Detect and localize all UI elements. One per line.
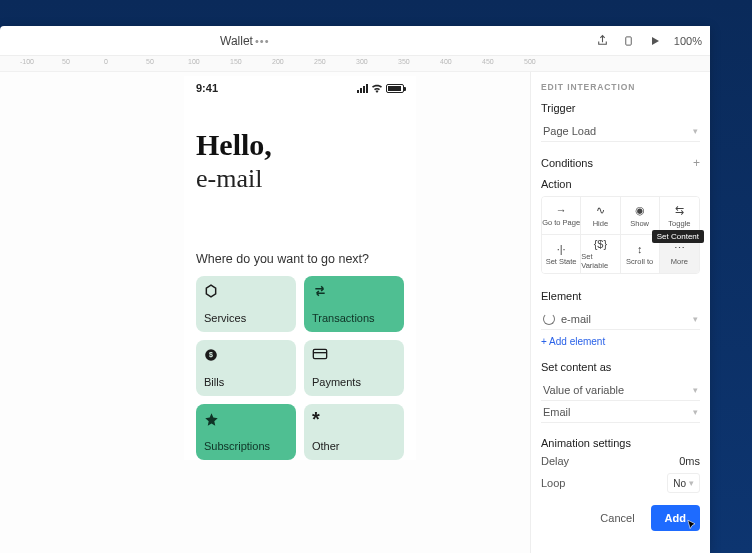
swap-icon xyxy=(312,284,396,298)
tile-other[interactable]: *Other xyxy=(304,404,404,460)
ruler-tick: 450 xyxy=(482,58,494,65)
add-condition-icon[interactable]: + xyxy=(693,156,700,170)
prompt-text: Where do you want to go next? xyxy=(184,204,416,276)
action-label: Show xyxy=(630,219,649,228)
device-icon[interactable] xyxy=(622,34,636,48)
tile-label: Bills xyxy=(204,376,288,388)
loop-label: Loop xyxy=(541,477,565,489)
action-label: Scroll to xyxy=(626,257,653,266)
action-icon: ◉ xyxy=(635,204,645,217)
action-label: Toggle xyxy=(668,219,690,228)
card-icon xyxy=(312,348,396,360)
app-window: Wallet ••• 100% -10050050100150200250300… xyxy=(0,26,710,553)
refresh-icon xyxy=(543,313,555,325)
action-icon: ·|· xyxy=(557,243,566,255)
zoom-level[interactable]: 100% xyxy=(674,35,702,47)
action-label: Hide xyxy=(593,219,608,228)
tile-transactions[interactable]: Transactions xyxy=(304,276,404,332)
action-icon: → xyxy=(556,204,567,216)
action-label: Action xyxy=(541,178,700,190)
svg-rect-3 xyxy=(313,349,326,358)
star-icon xyxy=(204,412,288,427)
action-set-state[interactable]: ·|·Set State xyxy=(542,235,581,273)
element-select[interactable]: e-mail ▾ xyxy=(541,308,700,330)
loop-select[interactable]: No▾ xyxy=(667,473,700,493)
ruler-tick: 350 xyxy=(398,58,410,65)
hello-text: Hello, xyxy=(196,128,404,162)
topbar: Wallet ••• 100% xyxy=(0,26,710,56)
tile-label: Services xyxy=(204,312,288,324)
ruler-tick: 200 xyxy=(272,58,284,65)
ruler-tick: 400 xyxy=(440,58,452,65)
trigger-label: Trigger xyxy=(541,102,700,114)
action-go-to-page[interactable]: →Go to Page xyxy=(542,197,581,235)
svg-rect-0 xyxy=(626,36,632,44)
panel-header: EDIT INTERACTION xyxy=(541,82,700,92)
delay-label: Delay xyxy=(541,455,569,467)
tile-grid: ServicesTransactions$BillsPaymentsSubscr… xyxy=(184,276,416,460)
ruler-tick: 300 xyxy=(356,58,368,65)
tile-label: Subscriptions xyxy=(204,440,288,452)
set-content-select[interactable]: Value of variable▾ xyxy=(541,379,700,401)
tile-label: Payments xyxy=(312,376,396,388)
action-icon: ⋯ xyxy=(674,242,685,255)
topbar-menu-icon[interactable]: ••• xyxy=(255,35,270,47)
asterisk-icon: * xyxy=(312,412,396,428)
action-icon: ∿ xyxy=(596,204,605,217)
cursor-icon xyxy=(686,519,698,531)
canvas[interactable]: 9:41 Hello, e-mail Where do you want to … xyxy=(0,72,530,553)
variable-select[interactable]: Email▾ xyxy=(541,401,700,423)
action-icon: ⇆ xyxy=(675,204,684,217)
action-hide[interactable]: ∿Hide xyxy=(581,197,620,235)
ruler-tick: 250 xyxy=(314,58,326,65)
animation-label: Animation settings xyxy=(541,437,700,449)
wifi-icon xyxy=(371,84,383,93)
tile-payments[interactable]: Payments xyxy=(304,340,404,396)
trigger-select[interactable]: Page Load▾ xyxy=(541,120,700,142)
set-content-tooltip: Set Content xyxy=(652,230,704,243)
ruler-tick: -100 xyxy=(20,58,34,65)
conditions-label: Conditions xyxy=(541,157,593,169)
action-set-variable[interactable]: {$}Set Variable xyxy=(581,235,620,273)
signal-icon xyxy=(357,84,368,93)
action-label: Go to Page xyxy=(542,218,580,227)
svg-text:$: $ xyxy=(209,351,213,359)
dollar-icon: $ xyxy=(204,348,288,362)
set-content-label: Set content as xyxy=(541,361,700,373)
ruler-tick: 500 xyxy=(524,58,536,65)
ruler-tick: 100 xyxy=(188,58,200,65)
ruler-tick: 150 xyxy=(230,58,242,65)
phone-frame[interactable]: 9:41 Hello, e-mail Where do you want to … xyxy=(184,76,416,460)
element-label: Element xyxy=(541,290,700,302)
tile-subscriptions[interactable]: Subscriptions xyxy=(196,404,296,460)
action-label: Set Variable xyxy=(581,252,619,270)
hero: Hello, e-mail xyxy=(184,100,416,204)
tile-bills[interactable]: $Bills xyxy=(196,340,296,396)
ruler-tick: 0 xyxy=(104,58,108,65)
tile-label: Transactions xyxy=(312,312,396,324)
cancel-button[interactable]: Cancel xyxy=(592,506,642,530)
play-icon[interactable] xyxy=(648,34,662,48)
hex-icon xyxy=(204,284,288,298)
add-element-link[interactable]: + Add element xyxy=(541,336,605,347)
tile-services[interactable]: Services xyxy=(196,276,296,332)
inspector-panel: EDIT INTERACTION Trigger Page Load▾ Cond… xyxy=(530,72,710,553)
ruler-tick: 50 xyxy=(62,58,70,65)
action-label: More xyxy=(671,257,688,266)
action-icon: {$} xyxy=(594,238,607,250)
delay-value[interactable]: 0ms xyxy=(679,455,700,467)
ruler-tick: 50 xyxy=(146,58,154,65)
email-text: e-mail xyxy=(196,164,404,194)
action-icon: ↕ xyxy=(637,243,643,255)
action-label: Set State xyxy=(546,257,577,266)
status-time: 9:41 xyxy=(196,82,218,94)
share-icon[interactable] xyxy=(596,34,610,48)
status-bar: 9:41 xyxy=(184,76,416,100)
workspace: 9:41 Hello, e-mail Where do you want to … xyxy=(0,72,710,553)
tile-label: Other xyxy=(312,440,396,452)
ruler: -10050050100150200250300350400450500 xyxy=(0,56,710,72)
page-title: Wallet xyxy=(220,34,253,48)
battery-icon xyxy=(386,84,404,93)
